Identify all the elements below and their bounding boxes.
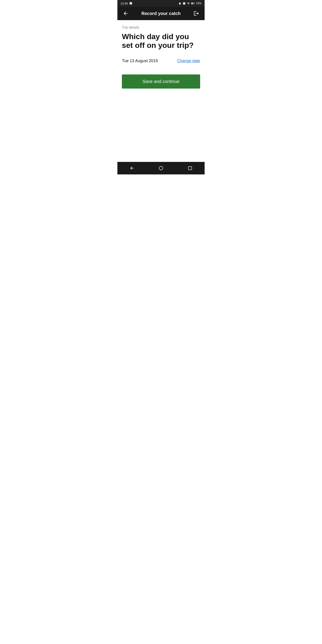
status-time: 13:36 bbox=[120, 2, 128, 5]
battery-icon bbox=[191, 2, 195, 5]
nav-recent-button[interactable] bbox=[182, 164, 198, 172]
status-bar: 13:36 53% bbox=[118, 0, 204, 7]
bottom-nav bbox=[118, 162, 204, 174]
selected-date: Tue 13 August 2019 bbox=[122, 58, 158, 63]
date-row: Tue 13 August 2019 Change date bbox=[122, 58, 200, 63]
back-arrow-icon bbox=[123, 10, 128, 16]
svg-point-3 bbox=[159, 166, 163, 170]
question-title: Which day did you set off on your trip? bbox=[122, 32, 200, 50]
nav-title: Record your catch bbox=[130, 11, 192, 16]
svg-rect-2 bbox=[192, 3, 193, 4]
nav-back-icon bbox=[130, 166, 134, 170]
svg-rect-4 bbox=[188, 166, 192, 170]
section-label: Trip details bbox=[122, 26, 200, 30]
nav-recent-icon bbox=[188, 166, 192, 170]
battery-percent: 53% bbox=[196, 2, 202, 5]
nav-back-button[interactable] bbox=[124, 164, 140, 172]
save-continue-button[interactable]: Save and continue bbox=[122, 74, 200, 88]
alarm-icon bbox=[178, 2, 181, 5]
status-bar-left: 13:36 bbox=[120, 2, 132, 5]
main-content: Trip details Which day did you set off o… bbox=[118, 20, 204, 162]
change-date-button[interactable]: Change date bbox=[177, 58, 200, 63]
image-icon bbox=[129, 2, 132, 5]
status-bar-right: 53% bbox=[178, 2, 202, 5]
dnd-icon bbox=[183, 2, 186, 5]
nav-bar: Record your catch bbox=[118, 7, 204, 20]
svg-rect-1 bbox=[194, 3, 194, 4]
nav-home-icon bbox=[158, 166, 164, 170]
exit-button[interactable] bbox=[192, 9, 201, 18]
nav-home-button[interactable] bbox=[153, 164, 169, 172]
back-button[interactable] bbox=[121, 9, 130, 18]
signal-icon bbox=[187, 2, 190, 5]
exit-icon bbox=[194, 10, 199, 16]
